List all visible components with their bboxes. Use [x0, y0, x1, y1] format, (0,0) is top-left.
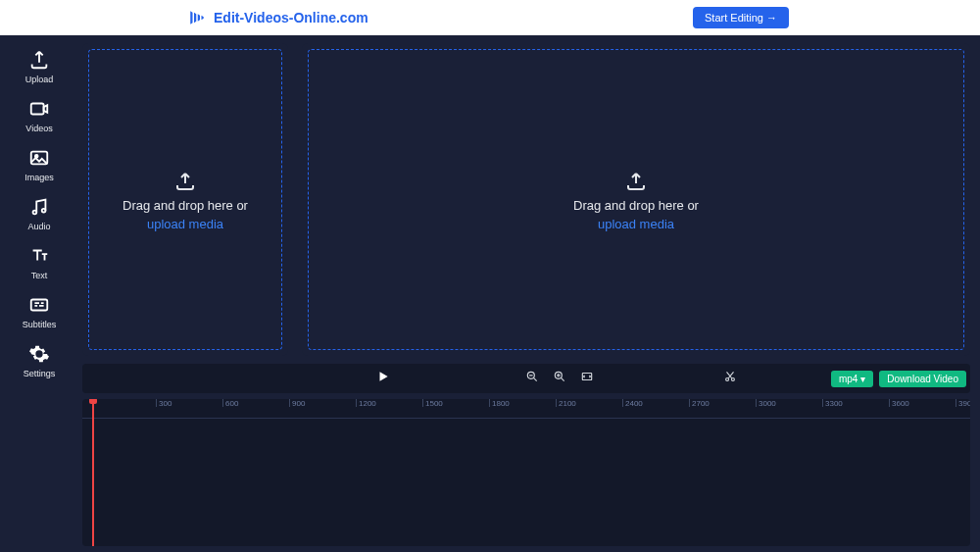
timeline-tick: 1500 — [422, 399, 443, 407]
zoom-out-icon — [525, 370, 539, 383]
sidebar-item-settings[interactable]: Settings — [0, 337, 78, 386]
brand-text: Edit-Videos-Online.com — [214, 10, 368, 25]
play-button[interactable] — [376, 370, 390, 387]
timeline-tick: 900 — [289, 399, 305, 407]
upload-media-link[interactable]: upload media — [598, 217, 674, 231]
sidebar-item-label: Upload — [25, 75, 54, 84]
sidebar-item-subtitles[interactable]: Subtitles — [0, 288, 78, 337]
download-button[interactable]: Download Video — [879, 371, 966, 387]
timeline-tick: 3300 — [822, 399, 843, 407]
zoom-in-button[interactable] — [553, 370, 566, 387]
timeline-tick: 3000 — [756, 399, 776, 407]
timeline-tick: 3600 — [889, 399, 909, 407]
fit-icon — [580, 370, 594, 383]
sidebar-item-label: Text — [31, 271, 48, 280]
upload-icon — [28, 49, 50, 71]
svg-rect-0 — [31, 104, 44, 115]
dropzone-text: Drag and drop here or — [122, 198, 248, 213]
playhead[interactable] — [92, 399, 94, 546]
sidebar-item-text[interactable]: Text — [0, 239, 78, 288]
dropzone-text: Drag and drop here or — [573, 198, 699, 213]
timeline-tick: 3900 — [956, 399, 970, 407]
svg-point-9 — [726, 377, 729, 380]
logo-icon — [188, 9, 206, 26]
sidebar-item-label: Videos — [25, 124, 52, 133]
sidebar-item-upload[interactable]: Upload — [0, 43, 78, 92]
upload-media-link[interactable]: upload media — [147, 217, 223, 231]
playback-controls: mp4▾ Download Video — [82, 364, 970, 393]
timeline-tick: 1200 — [356, 399, 376, 407]
timeline-tick: 1800 — [489, 399, 510, 407]
cut-button[interactable] — [723, 370, 737, 387]
sidebar-item-label: Subtitles — [23, 320, 57, 329]
audio-icon — [28, 196, 50, 218]
play-icon — [376, 370, 390, 383]
chevron-down-icon: ▾ — [860, 374, 865, 384]
image-icon — [28, 147, 50, 169]
timeline-tick: 2400 — [622, 399, 643, 407]
timeline-tick: 2700 — [689, 399, 710, 407]
scissors-icon — [723, 370, 737, 383]
sidebar-item-audio[interactable]: Audio — [0, 190, 78, 239]
timeline-tick: 600 — [222, 399, 238, 407]
upload-icon — [173, 169, 197, 192]
sidebar-item-videos[interactable]: Videos — [0, 92, 78, 141]
video-icon — [28, 98, 50, 120]
settings-icon — [28, 343, 50, 365]
sidebar-item-images[interactable]: Images — [0, 141, 78, 190]
timeline[interactable]: 3006009001200150018002100240027003000330… — [82, 399, 970, 546]
zoom-in-icon — [553, 370, 566, 383]
subtitles-icon — [28, 294, 50, 316]
svg-point-10 — [731, 377, 734, 380]
timeline-ruler: 3006009001200150018002100240027003000330… — [82, 399, 970, 419]
sidebar-item-label: Images — [24, 173, 54, 182]
media-panel: Drag and drop here or upload media — [82, 43, 288, 356]
fit-button[interactable] — [580, 370, 594, 387]
sidebar: Upload Videos Images Audio Text Subtitle… — [0, 35, 78, 552]
sidebar-item-label: Audio — [27, 222, 50, 231]
svg-point-4 — [42, 209, 46, 213]
preview-dropzone[interactable]: Drag and drop here or upload media — [308, 49, 964, 350]
format-select[interactable]: mp4▾ — [831, 371, 873, 387]
svg-point-3 — [33, 211, 37, 215]
start-editing-button[interactable]: Start Editing → — [693, 7, 789, 28]
header: Edit-Videos-Online.com Start Editing → — [0, 0, 980, 35]
zoom-out-button[interactable] — [525, 370, 539, 387]
timeline-tick: 300 — [156, 399, 172, 407]
upload-icon — [624, 169, 648, 192]
sidebar-item-label: Settings — [24, 369, 56, 378]
media-dropzone[interactable]: Drag and drop here or upload media — [88, 49, 282, 350]
preview-panel: Drag and drop here or upload media — [302, 43, 970, 356]
timeline-tick: 2100 — [556, 399, 576, 407]
logo[interactable]: Edit-Videos-Online.com — [188, 9, 368, 26]
text-icon — [28, 245, 50, 267]
